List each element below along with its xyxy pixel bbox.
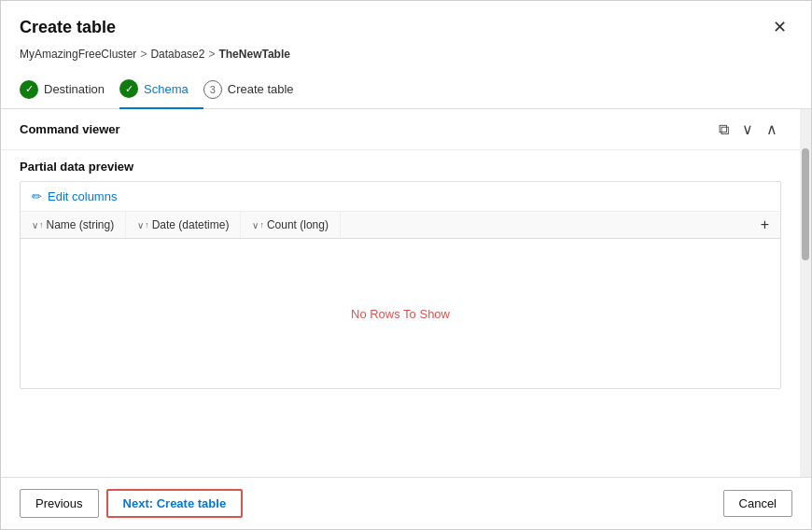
footer: Previous Next: Create table Cancel — [1, 477, 811, 529]
col-count-sort-icons: ∨↑ — [252, 220, 264, 230]
col-header-date[interactable]: ∨↑ Date (datetime) — [126, 212, 241, 238]
previous-button[interactable]: Previous — [20, 489, 99, 518]
step-destination-icon: ✓ — [20, 80, 38, 99]
chevron-up-icon: ∧ — [766, 120, 777, 138]
breadcrumb: MyAmazingFreeCluster > Database2 > TheNe… — [1, 48, 811, 70]
scrollbar-thumb[interactable] — [802, 148, 809, 260]
step-destination[interactable]: ✓ Destination — [20, 71, 119, 108]
chevron-up-button[interactable]: ∧ — [763, 119, 781, 140]
step-create-table-icon: 3 — [203, 80, 222, 99]
step-schema-label: Schema — [144, 82, 189, 96]
table-body: No Rows To Show — [21, 239, 780, 388]
edit-columns-bar[interactable]: ✏ Edit columns — [21, 182, 780, 212]
table-header: ∨↑ Name (string) ∨↑ Date (datetime) ∨↑ C… — [21, 212, 780, 239]
col-header-name[interactable]: ∨↑ Name (string) — [21, 212, 126, 238]
col-date-sort-icons: ∨↑ — [137, 220, 149, 230]
partial-data-preview-title: Partial data preview — [1, 150, 800, 181]
dialog-header: Create table ✕ — [1, 1, 811, 48]
breadcrumb-sep1: > — [140, 48, 147, 61]
command-viewer-title: Command viewer — [20, 122, 120, 136]
command-viewer-section: Command viewer ⧉ ∨ ∧ — [1, 109, 800, 150]
step-destination-label: Destination — [44, 82, 105, 96]
pencil-icon: ✏ — [32, 189, 42, 203]
step-create-table[interactable]: 3 Create table — [203, 71, 309, 108]
edit-columns-label: Edit columns — [48, 189, 117, 203]
col-name-label: Name (string) — [47, 218, 115, 231]
dialog-title: Create table — [20, 18, 116, 37]
add-column-button[interactable]: + — [753, 213, 777, 237]
close-button[interactable]: ✕ — [766, 14, 792, 40]
breadcrumb-database: Database2 — [150, 48, 204, 61]
cancel-label: Cancel — [739, 496, 777, 510]
close-icon: ✕ — [773, 17, 787, 37]
add-col-icon: + — [761, 216, 769, 232]
chevron-down-icon: ∨ — [742, 120, 753, 138]
breadcrumb-table: TheNewTable — [218, 48, 289, 61]
step-schema-icon: ✓ — [119, 79, 138, 98]
copy-button[interactable]: ⧉ — [715, 119, 733, 140]
col-name-sort-icons: ∨↑ — [32, 220, 44, 230]
copy-icon: ⧉ — [719, 121, 729, 138]
previous-label: Previous — [35, 496, 83, 510]
create-table-dialog: Create table ✕ MyAmazingFreeCluster > Da… — [0, 0, 812, 530]
command-viewer-actions: ⧉ ∨ ∧ — [715, 119, 781, 140]
col-count-label: Count (long) — [267, 218, 329, 231]
col-date-label: Date (datetime) — [152, 218, 230, 231]
chevron-down-button[interactable]: ∨ — [738, 119, 757, 140]
col-header-count[interactable]: ∨↑ Count (long) — [241, 212, 341, 238]
content-area: Command viewer ⧉ ∨ ∧ Partial data previe… — [1, 109, 811, 477]
steps-nav: ✓ Destination ✓ Schema 3 Create table — [1, 70, 811, 109]
data-table: ✏ Edit columns ∨↑ Name (string) ∨↑ Date … — [20, 181, 781, 389]
next-button[interactable]: Next: Create table — [106, 489, 244, 518]
step-schema[interactable]: ✓ Schema — [119, 70, 203, 109]
main-content: Command viewer ⧉ ∨ ∧ Partial data previe… — [1, 109, 800, 477]
no-rows-message: No Rows To Show — [351, 307, 450, 321]
footer-left: Previous Next: Create table — [20, 489, 243, 518]
cancel-button[interactable]: Cancel — [723, 490, 792, 517]
breadcrumb-sep2: > — [208, 48, 215, 61]
scrollbar[interactable] — [800, 109, 811, 477]
step-create-table-label: Create table — [228, 82, 294, 96]
breadcrumb-cluster: MyAmazingFreeCluster — [20, 48, 136, 61]
next-label: Next: Create table — [123, 496, 227, 510]
